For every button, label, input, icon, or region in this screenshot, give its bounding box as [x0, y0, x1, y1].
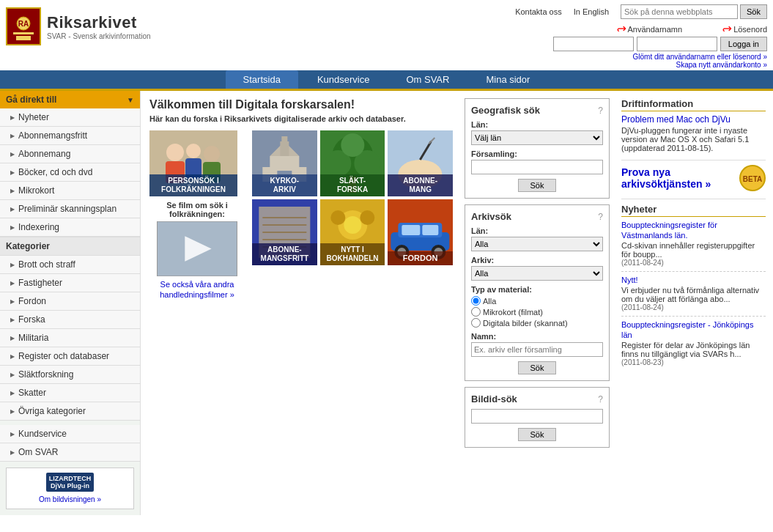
sidebar-cat-register[interactable]: ▶ Register och databaser: [0, 347, 140, 366]
username-input[interactable]: [553, 37, 634, 51]
news-divider-0: [621, 271, 766, 272]
nav-kundservice[interactable]: Kundservice: [300, 70, 388, 89]
news-link-0[interactable]: Bouppteckningsregister för Västmanlands …: [621, 221, 717, 240]
divider-2: [621, 199, 766, 199]
goto-bar[interactable]: Gå direkt till ▼: [0, 91, 140, 108]
login-arrow-labels: ↩ Användarnamn ↩ Lösenord: [610, 22, 767, 36]
sidebar-item-om-svar[interactable]: ▶ Om SVAR: [0, 443, 140, 462]
news-text-0: Cd-skivan innehåller registeruppgifter f…: [621, 241, 766, 259]
password-arrow-label: Lösenord: [733, 25, 767, 34]
news-text-1: Vi erbjuder nu två förmånliga alternativ…: [621, 286, 766, 303]
tile-abonnemang[interactable]: ABONNE-MANG: [388, 130, 453, 196]
sidebar: Gå direkt till ▼ ▶ Nyheter ▶ Abonnemangs…: [0, 91, 141, 515]
tile-kyrkoarkiv[interactable]: KYRKO-ARKIV: [252, 130, 317, 196]
tile-abonnemangsfritt[interactable]: ABONNE-MANGSFRITT: [252, 199, 317, 265]
search-panels: Geografisk sök ? Län: Välj län Församlin…: [462, 91, 615, 515]
goto-label: Gå direkt till: [6, 95, 56, 105]
arkiv-namn-label: Namn:: [471, 332, 603, 341]
radio-mikrokort-input[interactable]: [471, 307, 481, 317]
video-thumbnail[interactable]: [157, 221, 237, 276]
sidebar-cat-ovriga[interactable]: ▶ Övriga kategorier: [0, 402, 140, 421]
create-account-link[interactable]: Skapa nytt användarkonto »: [676, 61, 767, 69]
nyheter-section: Nyheter Bouppteckningsregister för Västm…: [621, 204, 766, 366]
bildid-search-title: Bildid-sök: [471, 394, 517, 404]
bildid-search-button[interactable]: Sök: [518, 428, 557, 441]
news-link-2[interactable]: Bouppteckningsregister - Jönköpings län: [621, 320, 753, 339]
radio-mikrokort-label: Mikrokort (filmat): [483, 308, 543, 317]
sidebar-item-kundservice[interactable]: ▶ Kundservice: [0, 425, 140, 443]
beta-badge: BETA: [739, 165, 766, 191]
sidebar-item-mikrokort[interactable]: ▶ Mikrokort: [0, 182, 140, 200]
username-arrow-label: Användarnamn: [628, 25, 683, 34]
news-link-1[interactable]: Nytt!: [621, 276, 638, 284]
svg-rect-4: [16, 36, 31, 40]
login-row: Logga in: [553, 37, 767, 51]
arkiv-search-box: Arkivsök ? Län: Alla Arkiv: Alla Typ av …: [465, 204, 610, 381]
video-text: Se film om sök i folkräkningen:: [149, 201, 245, 218]
geo-lan-select[interactable]: Välj län: [471, 130, 603, 145]
geo-search-button[interactable]: Sök: [518, 179, 557, 192]
tile-nytt-i-bokhandeln[interactable]: NYTT IBOKHANDELN: [320, 199, 385, 265]
geo-search-help[interactable]: ?: [598, 106, 603, 116]
promo-left-col: PERSONSÖK I FOLKRÄKNINGEN Se film om sök…: [149, 130, 245, 300]
sidebar-category-header: Kategorier: [0, 237, 140, 256]
tile-slaktforska[interactable]: SLÄKT-FORSKA: [320, 130, 385, 196]
top-search-input[interactable]: [621, 4, 738, 19]
arkiv-lan-select[interactable]: Alla: [471, 237, 603, 251]
news-item-1: Nytt! Vi erbjuder nu två förmånliga alte…: [621, 275, 766, 311]
nav-mina-sidor[interactable]: Mina sidor: [468, 70, 547, 89]
arkiv-arkiv-select[interactable]: Alla: [471, 266, 603, 281]
site-title: Riksarkivet: [47, 13, 151, 32]
radio-alla: Alla: [471, 296, 603, 306]
sidebar-cat-fastigheter[interactable]: ▶ Fastigheter: [0, 274, 140, 292]
arkiv-namn-input[interactable]: [471, 342, 603, 357]
person-tile[interactable]: PERSONSÖK I FOLKRÄKNINGEN: [149, 130, 237, 196]
geo-forsamling-input[interactable]: [471, 160, 603, 174]
news-item-0: Bouppteckningsregister för Västmanlands …: [621, 220, 766, 267]
sidebar-cat-slaktforskning[interactable]: ▶ Släktforskning: [0, 366, 140, 384]
sidebar-item-abonnemangsfritt[interactable]: ▶ Abonnemangsfritt: [0, 127, 140, 145]
svg-text:RA: RA: [18, 20, 29, 28]
tile-nytt-label: NYTT IBOKHANDELN: [320, 243, 385, 265]
top-search-button[interactable]: Sök: [740, 4, 767, 19]
sidebar-item-indexering[interactable]: ▶ Indexering: [0, 218, 140, 237]
divider-1: [621, 160, 766, 160]
sidebar-item-nyheter[interactable]: ▶ Nyheter: [0, 108, 140, 127]
sidebar-item-abonnemang[interactable]: ▶ Abonnemang: [0, 145, 140, 163]
sidebar-cat-fordon[interactable]: ▶ Fordon: [0, 292, 140, 311]
svg-rect-51: [402, 225, 421, 235]
radio-alla-input[interactable]: [471, 296, 481, 306]
forgot-link[interactable]: Glömt ditt användarnamn eller lösenord »: [633, 53, 767, 61]
header: RA Riksarkivet SVAR - Svensk arkivinform…: [0, 0, 773, 91]
bildid-search-help[interactable]: ?: [598, 394, 603, 404]
person-tile-label: PERSONSÖK I FOLKRÄKNINGEN: [149, 174, 237, 196]
password-input[interactable]: [637, 37, 717, 51]
nav-startsida[interactable]: Startsida: [226, 70, 298, 89]
login-button[interactable]: Logga in: [720, 37, 767, 51]
nav-om-svar[interactable]: Om SVAR: [388, 70, 467, 89]
header-right: Kontakta oss In English Sök ↩ Användarna…: [515, 3, 767, 69]
djvu-link[interactable]: Om bildvisningen »: [39, 495, 101, 503]
sidebar-item-bocker[interactable]: ▶ Böcker, cd och dvd: [0, 163, 140, 182]
sidebar-cat-militaria[interactable]: ▶ Militaria: [0, 329, 140, 347]
handledningsfilmer-link[interactable]: Se också våra andra handledningsfilmer »: [160, 280, 234, 299]
contact-link[interactable]: Kontakta oss: [515, 7, 562, 16]
welcome-body: Här kan du forska i Riksarkivets digital…: [149, 114, 453, 123]
english-link[interactable]: In English: [574, 7, 609, 16]
tile-fordon[interactable]: FORDON: [388, 199, 453, 265]
goto-arrow-icon: ▼: [127, 96, 134, 104]
sidebar-cat-brott[interactable]: ▶ Brott och straff: [0, 256, 140, 274]
sidebar-item-skanningsplan[interactable]: ▶ Preliminär skanningsplan: [0, 200, 140, 218]
driftinfo-link[interactable]: Problem med Mac och DjVu: [621, 114, 731, 125]
sidebar-cat-forska[interactable]: ▶ Forska: [0, 311, 140, 329]
radio-digitala-input[interactable]: [471, 318, 481, 328]
arkiv-lan-label: Län:: [471, 226, 603, 235]
prova-link[interactable]: Prova nya arkivsöktjänsten »: [621, 166, 736, 190]
bildid-input[interactable]: [471, 409, 603, 424]
content-area: Välkommen till Digitala forskarsalen! Hä…: [141, 91, 462, 515]
driftinfo-text: DjVu-pluggen fungerar inte i nyaste vers…: [621, 126, 766, 152]
arkiv-search-help[interactable]: ?: [598, 212, 603, 222]
sidebar-cat-skatter[interactable]: ▶ Skatter: [0, 384, 140, 402]
sidebar-nav-items: ▶ Nyheter ▶ Abonnemangsfritt ▶ Abonneman…: [0, 108, 140, 237]
arkiv-search-button[interactable]: Sök: [518, 361, 557, 374]
